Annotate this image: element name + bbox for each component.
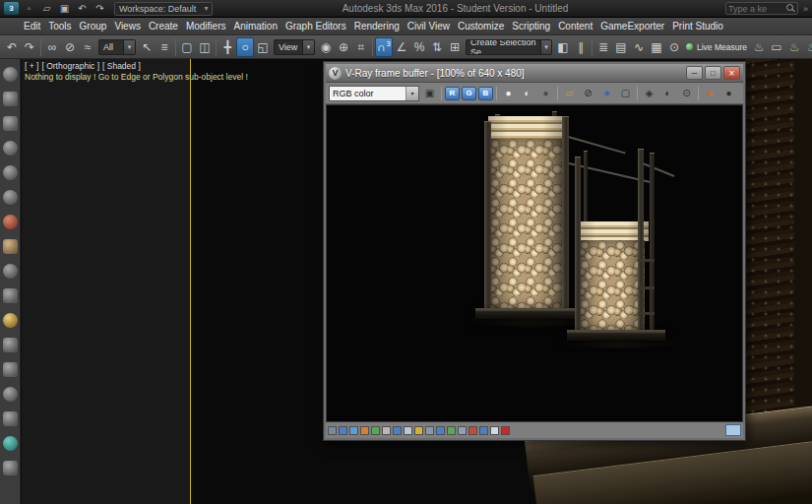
- monochrome-mode-icon[interactable]: ◐: [519, 86, 535, 101]
- left-tool-icon-8[interactable]: [3, 239, 18, 254]
- close-button[interactable]: ×: [723, 66, 740, 80]
- render-iterative-icon[interactable]: ♨: [785, 37, 803, 57]
- left-tool-icon-11[interactable]: [3, 313, 18, 328]
- left-tool-icon-9[interactable]: [3, 264, 18, 279]
- status-icon[interactable]: [501, 426, 510, 435]
- save-file-icon[interactable]: ▣: [57, 2, 72, 16]
- select-and-move-icon[interactable]: ╋: [219, 37, 236, 57]
- menu-graph-editors[interactable]: Graph Editors: [281, 18, 350, 34]
- left-tool-icon-5[interactable]: [3, 165, 18, 180]
- angle-snap-icon[interactable]: ∠: [393, 37, 410, 57]
- vray-titlebar[interactable]: V V-Ray frame buffer - [100% of 640 x 48…: [326, 64, 743, 83]
- live-measure-button[interactable]: Live Measure: [686, 42, 747, 52]
- align-icon[interactable]: ∥: [572, 37, 590, 57]
- named-selection-set-dropdown[interactable]: Create Selection Se ▾: [466, 39, 552, 55]
- viewport-menu-label[interactable]: [ + ]: [25, 61, 38, 71]
- app-menu-icon[interactable]: 3: [4, 2, 19, 15]
- menu-content[interactable]: Content: [554, 18, 596, 34]
- new-scene-icon[interactable]: ▫: [22, 2, 36, 16]
- left-tool-icon-13[interactable]: [3, 362, 18, 377]
- curve-editor-icon[interactable]: ∿: [630, 37, 648, 57]
- channel-dropdown[interactable]: RGB color ▾: [329, 86, 419, 101]
- redo-scene-icon[interactable]: ↷: [21, 37, 38, 57]
- status-icon[interactable]: [349, 426, 358, 435]
- track-mouse-icon[interactable]: ∗: [598, 86, 615, 101]
- undo-icon[interactable]: ↶: [75, 2, 90, 16]
- menu-edit[interactable]: Edit: [20, 18, 44, 34]
- select-and-scale-icon[interactable]: ◱: [254, 37, 272, 57]
- red-channel-button[interactable]: R: [445, 87, 460, 100]
- blue-channel-button[interactable]: B: [478, 87, 493, 100]
- selection-region-icon[interactable]: ▢: [178, 37, 196, 57]
- left-tool-icon-12[interactable]: [3, 338, 18, 352]
- menu-rendering[interactable]: Rendering: [350, 18, 404, 34]
- window-crossing-icon[interactable]: ◫: [196, 37, 214, 57]
- status-icon[interactable]: [458, 426, 467, 435]
- exposure-icon[interactable]: ⊙: [678, 86, 695, 101]
- material-editor-icon[interactable]: ⊙: [665, 37, 683, 57]
- maximize-button[interactable]: □: [705, 66, 721, 80]
- left-tool-icon-6[interactable]: [3, 190, 18, 205]
- titlebar-overflow-chevron[interactable]: »: [803, 4, 808, 14]
- status-icon[interactable]: [447, 426, 456, 435]
- pixel-info-icon[interactable]: ◈: [641, 86, 657, 101]
- select-and-manipulate-icon[interactable]: ⊕: [335, 37, 352, 57]
- color-correction-icon[interactable]: ◐: [659, 86, 676, 101]
- status-icon[interactable]: [414, 426, 423, 435]
- vray-history-icon[interactable]: ●: [720, 86, 737, 101]
- percent-snap-icon[interactable]: %: [410, 37, 428, 57]
- left-tool-icon-7[interactable]: [3, 215, 18, 229]
- status-icon[interactable]: [468, 426, 477, 435]
- select-object-icon[interactable]: ↖: [138, 37, 156, 57]
- save-image-icon[interactable]: ▣: [421, 86, 438, 101]
- vray-lens-effects-icon[interactable]: ●: [702, 86, 718, 101]
- status-icon[interactable]: [393, 426, 402, 435]
- select-by-name-icon[interactable]: ≡: [156, 37, 173, 57]
- menu-animation[interactable]: Animation: [229, 18, 281, 34]
- status-icon[interactable]: [360, 426, 369, 435]
- status-icon[interactable]: [382, 426, 391, 435]
- layer-manager-icon[interactable]: ≣: [594, 37, 612, 57]
- workspace-dropdown[interactable]: Workspace: Default ▾: [114, 2, 213, 16]
- open-image-icon[interactable]: ▱: [561, 86, 578, 101]
- menu-scripting[interactable]: Scripting: [508, 18, 554, 34]
- render-setup-icon[interactable]: ♨: [750, 37, 768, 57]
- search-input[interactable]: [728, 4, 786, 14]
- status-icon[interactable]: [490, 426, 499, 435]
- status-icon[interactable]: [436, 426, 445, 435]
- status-icon[interactable]: [328, 426, 337, 435]
- select-and-rotate-icon[interactable]: ○: [236, 37, 254, 57]
- undo-scene-icon[interactable]: ↶: [3, 37, 21, 57]
- clear-image-icon[interactable]: ⊘: [580, 86, 596, 101]
- left-tool-icon-1[interactable]: [3, 67, 18, 82]
- spinner-snap-icon[interactable]: ⇅: [428, 37, 446, 57]
- menu-modifiers[interactable]: Modifiers: [182, 18, 230, 34]
- viewport-shading-label[interactable]: [ Shaded ]: [102, 61, 141, 71]
- selection-filter-dropdown[interactable]: All ▾: [98, 39, 136, 55]
- render-canvas[interactable]: [326, 104, 743, 422]
- left-tool-icon-17[interactable]: [3, 461, 18, 475]
- status-icon[interactable]: [479, 426, 488, 435]
- menu-print-studio[interactable]: Print Studio: [668, 18, 727, 34]
- left-tool-icon-2[interactable]: [3, 92, 18, 106]
- menu-views[interactable]: Views: [110, 18, 145, 34]
- left-tool-icon-4[interactable]: [3, 141, 18, 156]
- reference-coordinate-dropdown[interactable]: View ▾: [274, 39, 315, 55]
- green-channel-button[interactable]: G: [462, 87, 476, 100]
- edit-named-selections-icon[interactable]: ⊞: [446, 37, 464, 57]
- left-tool-icon-15[interactable]: [3, 411, 18, 426]
- search-box[interactable]: [725, 2, 798, 15]
- left-tool-icon-10[interactable]: [3, 288, 18, 303]
- mirror-icon[interactable]: ◧: [554, 37, 572, 57]
- redo-icon[interactable]: ↷: [93, 2, 107, 16]
- orthographic-viewport[interactable]: [ + ] [ Orthographic ] [ Shaded ] Nothin…: [22, 59, 190, 504]
- viewport-pov-label[interactable]: [ Orthographic ]: [41, 61, 99, 71]
- status-icon[interactable]: [371, 426, 380, 435]
- keyboard-override-icon[interactable]: ⌗: [352, 37, 370, 57]
- menu-create[interactable]: Create: [145, 18, 182, 34]
- status-icon[interactable]: [339, 426, 347, 435]
- unlink-selection-icon[interactable]: ⊘: [61, 37, 79, 57]
- left-tool-icon-16[interactable]: [3, 436, 18, 451]
- snap-toggle-3d[interactable]: ∩ 3: [375, 37, 393, 57]
- select-and-link-icon[interactable]: ∞: [43, 37, 61, 57]
